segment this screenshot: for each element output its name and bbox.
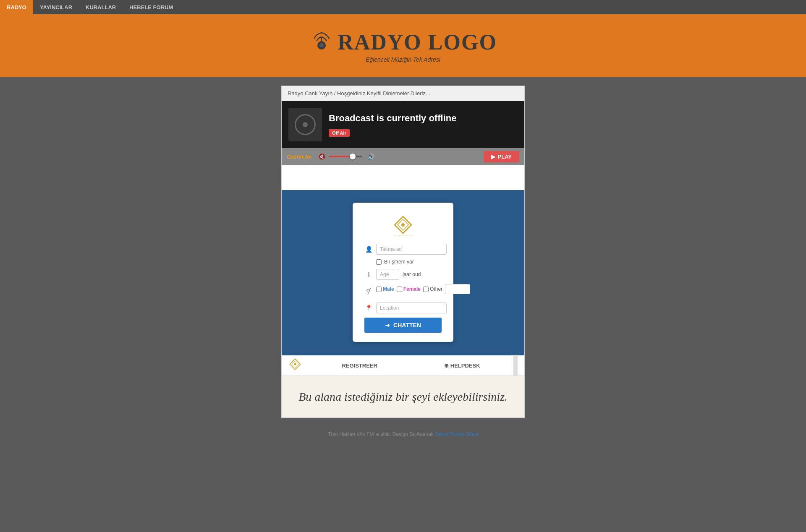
controls-bar: Caster.fm 🔇 🔊 ▶ PLAY <box>282 148 524 165</box>
age-field-row: ℹ jaar oud <box>364 269 442 280</box>
gender-female-option[interactable]: Female <box>397 286 421 292</box>
footer-link[interactable]: Genel Forum Sitesi <box>435 431 478 437</box>
gender-male-option[interactable]: Male <box>376 286 394 292</box>
helpdesk-link[interactable]: ⊕ HELPDESK <box>444 362 480 369</box>
gender-female-checkbox[interactable] <box>397 287 402 292</box>
player-area: Broadcast is currently offline Off Air <box>282 101 524 148</box>
gender-other-option[interactable]: Other <box>423 286 442 292</box>
chat-box: CHATTERBOT 👤 Bir şifrem var ℹ jaar oud <box>353 203 453 342</box>
main-content: Radyo Canlı Yayın / Hoşgeldiniz Keyifli … <box>281 86 525 418</box>
offline-message: Broadcast is currently offline <box>329 113 518 124</box>
chat-button-label: CHATTEN <box>393 322 421 329</box>
helpdesk-label: HELPDESK <box>450 362 480 369</box>
gender-male-checkbox[interactable] <box>376 287 382 292</box>
chat-button[interactable]: ➜ CHATTEN <box>364 318 442 333</box>
volume-up-icon[interactable]: 🔊 <box>367 153 374 160</box>
password-checkbox[interactable] <box>376 259 382 265</box>
volume-fill <box>329 156 352 157</box>
chat-logo-container: CHATTERBOT <box>364 214 442 235</box>
gender-male-label: Male <box>383 286 394 292</box>
svg-point-1 <box>319 43 324 47</box>
gender-field-row: ⚥ Male Female Other <box>364 284 442 298</box>
chat-footer-links: REGISTREER ⊕ HELPDESK <box>309 362 513 369</box>
chat-area: CHATTERBOT 👤 Bir şifrem var ℹ jaar oud <box>282 190 524 355</box>
svg-marker-7 <box>401 223 405 227</box>
volume-mute-icon[interactable]: 🔇 <box>318 153 325 160</box>
promo-text: Bu alana istediğiniz bir şeyi ekleyebili… <box>298 390 508 404</box>
nav-item-kurallar[interactable]: KURALLAR <box>79 0 123 15</box>
nav-item-radyo[interactable]: RADYO <box>0 0 33 15</box>
user-icon: 👤 <box>364 246 373 253</box>
breadcrumb: Radyo Canlı Yayın / Hoşgeldiniz Keyifli … <box>282 86 524 101</box>
page-footer: Tüm Hakları xXx FM' e aittir. Design By … <box>0 426 806 442</box>
gender-other-checkbox[interactable] <box>423 287 429 292</box>
radio-logo-icon: ♪ ♫ <box>309 29 334 55</box>
password-checkbox-row: Bir şifrem var <box>376 259 442 265</box>
location-icon: 📍 <box>364 305 373 311</box>
helpdesk-icon: ⊕ <box>444 362 449 369</box>
gender-icon: ⚥ <box>364 288 373 295</box>
volume-thumb[interactable] <box>350 154 356 159</box>
chat-footer-logo-icon <box>288 357 302 371</box>
chat-logo-icon: CHATTERBOT <box>393 214 413 235</box>
password-label: Bir şifrem var <box>384 259 414 265</box>
chat-footer: REGISTREER ⊕ HELPDESK <box>282 355 524 376</box>
svg-marker-11 <box>294 363 296 365</box>
svg-text:♫: ♫ <box>327 36 331 39</box>
nickname-input[interactable] <box>376 244 447 255</box>
volume-slider[interactable] <box>329 156 362 157</box>
location-input[interactable] <box>376 303 447 313</box>
top-navigation: RADYO YAYINCILAR KURALLAR HEBELE FORUM <box>0 0 806 15</box>
play-icon: ▶ <box>491 154 495 160</box>
chat-footer-logo <box>288 357 302 373</box>
gender-other-input[interactable] <box>445 284 470 294</box>
logo: ♪ ♫ RADYO LOGO <box>309 29 497 55</box>
scrollbar[interactable] <box>513 355 518 376</box>
location-field-row: 📍 <box>364 303 442 313</box>
gender-female-label: Female <box>403 286 421 292</box>
play-label: PLAY <box>498 154 512 160</box>
caster-logo: Caster.fm <box>287 154 311 160</box>
ad-area <box>282 165 524 190</box>
logo-text: RADYO LOGO <box>338 30 497 55</box>
age-input[interactable] <box>376 269 399 280</box>
gender-other-label: Other <box>430 286 442 292</box>
album-art-dot <box>303 122 308 127</box>
logo-subtitle: Eğlenceli Müziğin Tek Adresi <box>366 56 440 63</box>
info-icon: ℹ <box>364 271 373 278</box>
off-air-badge: Off Air <box>329 129 350 137</box>
nav-item-yayincilar[interactable]: YAYINCILAR <box>33 0 79 15</box>
footer-text: Tüm Hakları xXx FM' e aittir. Design By … <box>328 431 434 437</box>
register-link[interactable]: REGISTREER <box>342 362 377 369</box>
chat-arrow-icon: ➜ <box>385 322 390 329</box>
logo-area: ♪ ♫ RADYO LOGO Eğlenceli Müziğin Tek Adr… <box>309 29 497 63</box>
player-info: Broadcast is currently offline Off Air <box>329 113 518 137</box>
svg-text:CHATTERBOT: CHATTERBOT <box>393 235 413 235</box>
nickname-field-row: 👤 <box>364 244 442 255</box>
album-art <box>288 108 322 141</box>
nav-item-hebele-forum[interactable]: HEBELE FORUM <box>123 0 180 15</box>
age-suffix-label: jaar oud <box>403 271 421 277</box>
page-header: ♪ ♫ RADYO LOGO Eğlenceli Müziğin Tek Adr… <box>0 15 806 77</box>
bottom-promo: Bu alana istediğiniz bir şeyi ekleyebili… <box>282 376 524 417</box>
play-button[interactable]: ▶ PLAY <box>484 151 519 162</box>
gender-options: Male Female Other <box>376 284 470 294</box>
album-art-inner <box>295 114 316 135</box>
